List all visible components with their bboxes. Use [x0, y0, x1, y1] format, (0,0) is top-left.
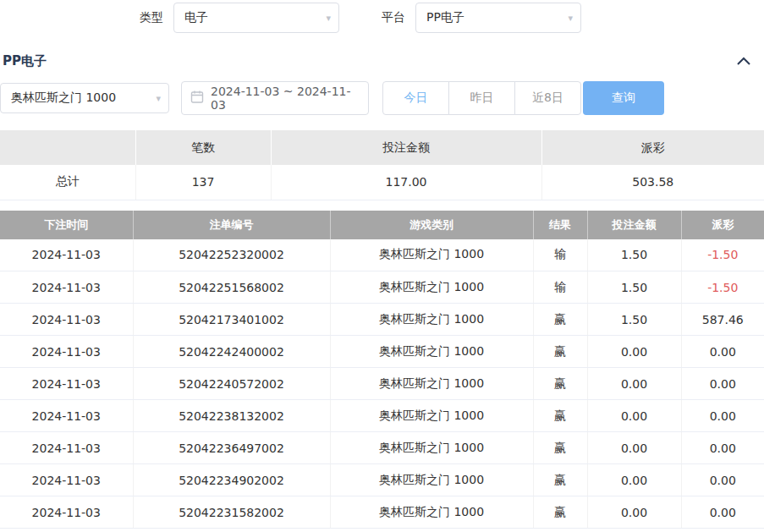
game-select-value: 奥林匹斯之门 1000 [11, 90, 116, 106]
cell-payout: 587.46 [681, 304, 764, 336]
filter-row: 奥林匹斯之门 1000 ▾ 2024-11-03 ~ 2024-11-03 今日… [0, 81, 764, 115]
cell-bet-id: 52042251568002 [133, 271, 330, 304]
cell-bet-id: 52042238132002 [133, 400, 330, 432]
records-header-result: 结果 [533, 211, 587, 239]
summary-header-payout: 派彩 [541, 130, 764, 165]
chevron-down-icon: ▾ [326, 13, 331, 24]
cell-bet-id: 52042240572002 [133, 368, 330, 400]
cell-game: 奥林匹斯之门 1000 [330, 368, 533, 400]
cell-amount: 0.00 [587, 496, 681, 529]
quick-btn-yesterday[interactable]: 昨日 [448, 81, 515, 115]
records-table: 下注时间 注单编号 游戏类别 结果 投注金额 派彩 2024-11-035204… [0, 211, 764, 529]
table-row: 2024-11-0352042236497002奥林匹斯之门 1000赢0.00… [0, 432, 764, 464]
search-button[interactable]: 查询 [583, 81, 664, 115]
cell-bet-id: 52042234902002 [133, 464, 330, 496]
cell-game: 奥林匹斯之门 1000 [330, 432, 533, 464]
cell-game: 奥林匹斯之门 1000 [330, 400, 533, 432]
summary-header-amount: 投注金额 [271, 130, 541, 165]
cell-result: 赢 [533, 304, 587, 336]
cell-result: 赢 [533, 400, 587, 432]
cell-bet-time: 2024-11-03 [0, 464, 133, 496]
summary-header-empty [0, 130, 135, 165]
summary-total-label: 总计 [0, 165, 135, 200]
summary-total-row: 总计 137 117.00 503.58 [0, 165, 764, 200]
cell-result: 输 [533, 271, 587, 304]
table-row: 2024-11-0352042240572002奥林匹斯之门 1000赢0.00… [0, 368, 764, 400]
cell-game: 奥林匹斯之门 1000 [330, 336, 533, 368]
table-row: 2024-11-0352042242400002奥林匹斯之门 1000赢0.00… [0, 336, 764, 368]
records-header-time: 下注时间 [0, 211, 133, 239]
table-row: 2024-11-0352042231582002奥林匹斯之门 1000赢0.00… [0, 496, 764, 529]
game-select[interactable]: 奥林匹斯之门 1000 ▾ [0, 83, 169, 113]
table-row: 2024-11-0352042251568002奥林匹斯之门 1000输1.50… [0, 271, 764, 304]
cell-bet-time: 2024-11-03 [0, 271, 133, 304]
cell-bet-id: 52042231582002 [133, 496, 330, 529]
chevron-down-icon: ▾ [156, 93, 161, 104]
cell-result: 赢 [533, 336, 587, 368]
cell-payout: 0.00 [681, 400, 764, 432]
quick-btn-today[interactable]: 今日 [382, 81, 449, 115]
cell-game: 奥林匹斯之门 1000 [330, 304, 533, 336]
cell-result: 赢 [533, 496, 587, 529]
cell-payout: -1.50 [681, 271, 764, 304]
cell-game: 奥林匹斯之门 1000 [330, 464, 533, 496]
cell-game: 奥林匹斯之门 1000 [330, 496, 533, 529]
summary-total-payout: 503.58 [541, 165, 764, 200]
platform-label: 平台 [382, 10, 405, 25]
quick-btn-last8days[interactable]: 近8日 [514, 81, 581, 115]
cell-bet-id: 52042236497002 [133, 432, 330, 464]
table-row: 2024-11-0352042173401002奥林匹斯之门 1000赢1.50… [0, 304, 764, 336]
date-range-value: 2024-11-03 ~ 2024-11-03 [211, 85, 360, 112]
cell-bet-id: 52042252320002 [133, 239, 330, 271]
quick-date-button-group: 今日 昨日 近8日 [382, 81, 581, 115]
type-select-value: 电子 [184, 10, 208, 25]
summary-header-count: 笔数 [135, 130, 271, 165]
cell-bet-time: 2024-11-03 [0, 400, 133, 432]
records-header-row: 下注时间 注单编号 游戏类别 结果 投注金额 派彩 [0, 211, 764, 239]
cell-game: 奥林匹斯之门 1000 [330, 271, 533, 304]
calendar-icon [190, 90, 204, 107]
cell-payout: -1.50 [681, 239, 764, 271]
cell-amount: 0.00 [587, 464, 681, 496]
chevron-up-icon[interactable] [737, 57, 750, 65]
platform-select-value: PP电子 [426, 10, 464, 25]
summary-header-row: 笔数 投注金额 派彩 [0, 130, 764, 165]
cell-payout: 0.00 [681, 368, 764, 400]
cell-amount: 1.50 [587, 271, 681, 304]
cell-payout: 0.00 [681, 496, 764, 529]
top-filter-bar: 类型 电子 ▾ 平台 PP电子 ▾ [0, 0, 764, 36]
cell-payout: 0.00 [681, 432, 764, 464]
table-row: 2024-11-0352042252320002奥林匹斯之门 1000输1.50… [0, 239, 764, 271]
records-header-game: 游戏类别 [330, 211, 533, 239]
summary-total-count: 137 [135, 165, 271, 200]
cell-amount: 0.00 [587, 432, 681, 464]
summary-total-amount: 117.00 [271, 165, 541, 200]
date-range-input[interactable]: 2024-11-03 ~ 2024-11-03 [181, 81, 369, 115]
cell-payout: 0.00 [681, 464, 764, 496]
cell-result: 赢 [533, 464, 587, 496]
cell-bet-time: 2024-11-03 [0, 368, 133, 400]
records-header-betid: 注单编号 [133, 211, 330, 239]
cell-amount: 0.00 [587, 368, 681, 400]
table-row: 2024-11-0352042238132002奥林匹斯之门 1000赢0.00… [0, 400, 764, 432]
cell-result: 赢 [533, 368, 587, 400]
summary-table: 笔数 投注金额 派彩 总计 137 117.00 503.58 [0, 130, 764, 200]
cell-amount: 0.00 [587, 336, 681, 368]
records-header-amount: 投注金额 [587, 211, 681, 239]
cell-payout: 0.00 [681, 336, 764, 368]
cell-bet-time: 2024-11-03 [0, 304, 133, 336]
cell-bet-id: 52042173401002 [133, 304, 330, 336]
cell-amount: 1.50 [587, 304, 681, 336]
cell-bet-id: 52042242400002 [133, 336, 330, 368]
chevron-down-icon: ▾ [568, 13, 573, 24]
cell-bet-time: 2024-11-03 [0, 239, 133, 271]
cell-amount: 0.00 [587, 400, 681, 432]
cell-result: 输 [533, 239, 587, 271]
section-title: PP电子 [3, 53, 47, 69]
table-row: 2024-11-0352042234902002奥林匹斯之门 1000赢0.00… [0, 464, 764, 496]
type-label: 类型 [140, 10, 163, 25]
platform-select[interactable]: PP电子 ▾ [415, 3, 581, 33]
cell-game: 奥林匹斯之门 1000 [330, 239, 533, 271]
type-select[interactable]: 电子 ▾ [173, 3, 339, 33]
cell-bet-time: 2024-11-03 [0, 336, 133, 368]
